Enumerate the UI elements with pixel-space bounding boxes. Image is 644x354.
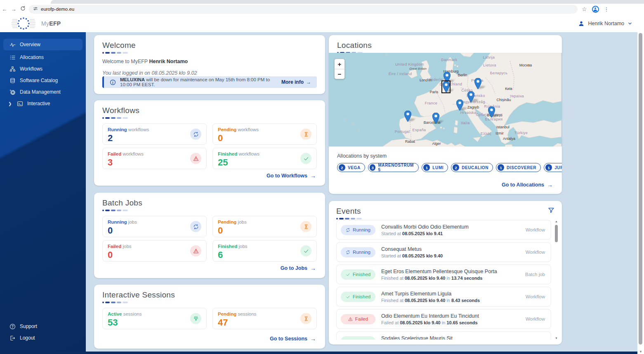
more-info-link[interactable]: More info→ xyxy=(281,79,311,85)
status-badge-finished: Finished xyxy=(341,292,375,302)
filter-icon[interactable] xyxy=(548,207,554,213)
map-marker-barcelona[interactable] xyxy=(432,113,439,124)
warning-icon xyxy=(190,245,201,257)
sidebar-item-allocations[interactable]: Allocations xyxy=(3,53,83,62)
active-sessions-tile: Active sessions 53 xyxy=(102,308,207,329)
arrow-right-icon: → xyxy=(310,335,316,342)
failed-jobs-value: 0 xyxy=(108,250,201,260)
browser-reload-icon[interactable] xyxy=(18,6,27,12)
welcome-card: Welcome Welcome to MyEFP Henrik Nortamo … xyxy=(94,35,325,94)
hourglass-icon xyxy=(300,221,311,232)
failed-workflows-tile: Failed workflows 3 xyxy=(102,148,207,169)
browser-back-icon[interactable]: ← xyxy=(0,6,9,12)
chip-deucalion[interactable]: 2DEUCALION xyxy=(451,163,493,172)
browser-tab-strip xyxy=(51,0,644,4)
locations-title: Locations xyxy=(337,41,554,50)
event-subtext: Started at 08.05.2025 klo 9.40 xyxy=(381,253,520,258)
refresh-icon xyxy=(190,221,201,232)
eu-stars-logo-icon xyxy=(12,16,35,31)
running-workflows-value: 2 xyxy=(108,133,201,144)
hourglass-icon xyxy=(300,313,311,324)
pending-workflows-value: 0 xyxy=(218,133,311,144)
event-title: Consequat Metus xyxy=(381,246,520,252)
bookmark-star-icon[interactable]: ☆ xyxy=(582,6,587,12)
event-row[interactable]: Running Consequat Metus Started at 08.05… xyxy=(336,242,551,262)
sidebar-item-software-catalog[interactable]: Software Catalog xyxy=(3,76,83,85)
event-row[interactable]: Finished Eget Eros Elementum Pellentesqu… xyxy=(336,264,551,284)
refresh-icon xyxy=(190,129,201,140)
europe-map[interactable]: United KingdomGreat BritainÉire / Irelan… xyxy=(329,53,562,146)
event-row[interactable]: Failed Odio Elementum Eu Interdum Eu Tin… xyxy=(336,309,551,329)
go-to-sessions-link[interactable]: Go to Sessions→ xyxy=(270,335,316,342)
chip-jupiter[interactable]: 1JUPITER xyxy=(544,163,562,172)
warning-icon xyxy=(190,153,201,164)
check-icon xyxy=(300,153,311,164)
event-title: Amet Turpis Elementum Ligula xyxy=(381,291,520,297)
status-badge-finished: Finished xyxy=(341,336,375,340)
site-settings-icon[interactable] xyxy=(33,5,38,13)
sidebar-item-logout[interactable]: Logout xyxy=(3,333,83,342)
event-subtext: Finished at 08.05.2025 klo 9.40 in 8.43 … xyxy=(381,298,520,303)
scroll-down-icon[interactable]: ▼ xyxy=(639,350,642,354)
finished-jobs-value: 6 xyxy=(218,250,311,260)
map-marker-portugal[interactable] xyxy=(404,111,411,122)
workflows-card: Workflows Running workflows 2 Pending wo… xyxy=(94,100,325,186)
zoom-out-button[interactable]: − xyxy=(335,69,344,79)
zoom-in-button[interactable]: + xyxy=(335,59,344,69)
map-marker-bulgaria[interactable] xyxy=(488,106,495,118)
sidebar-item-overview[interactable]: Overview xyxy=(3,39,83,50)
sidebar-item-data-management[interactable]: Data Management xyxy=(3,87,83,97)
browser-chrome: ← → eurofp-demo.eu ☆ ⋮ xyxy=(0,0,644,14)
chip-discoverer[interactable]: 1DISCOVERER xyxy=(496,163,541,172)
browser-menu-icon[interactable]: ⋮ xyxy=(604,6,609,12)
status-badge-failed: Failed xyxy=(341,314,375,324)
event-row[interactable]: Running Convallis Morbi Odio Odio Elemen… xyxy=(336,220,551,240)
chip-marenostrum5[interactable]: 3MARENOSTRUM 5 xyxy=(368,163,419,172)
system-chips: 2VEGA 3MARENOSTRUM 5 1LUMI 2DEUCALION 1D… xyxy=(337,163,562,172)
pending-sessions-tile: Pending sessions 47 xyxy=(212,308,317,329)
scroll-down-icon[interactable]: ▼ xyxy=(555,337,558,340)
browser-forward-icon[interactable]: → xyxy=(9,6,18,12)
event-type: Workflow xyxy=(526,316,545,321)
page-scrollbar-thumb[interactable] xyxy=(639,33,642,345)
overview-icon xyxy=(9,41,16,48)
maintenance-banner: MELUXINA will be down for maintenance on… xyxy=(102,76,317,88)
running-workflows-tile: Running workflows 2 xyxy=(102,123,207,145)
pending-jobs-tile: Pending jobs 0 xyxy=(212,216,317,237)
events-scrollbar-thumb[interactable] xyxy=(555,225,558,242)
batch-jobs-title: Batch Jobs xyxy=(102,198,317,208)
user-menu[interactable]: Henrik Nortamo xyxy=(578,20,632,27)
chevron-right-icon: ❯ xyxy=(8,101,12,106)
failed-workflows-value: 3 xyxy=(108,157,201,168)
map-marker-northern-italy[interactable] xyxy=(456,99,463,111)
events-title: Events xyxy=(336,207,362,216)
event-title: Odio Elementum Eu Interdum Eu Tincidunt xyxy=(381,313,520,319)
event-row[interactable]: Finished Sodales Scelerisque Mauris Sit … xyxy=(336,331,551,340)
browser-profile-icon[interactable] xyxy=(592,6,599,13)
finished-workflows-tile: Finished workflows 25 xyxy=(212,148,317,169)
sessions-title: Interactive Sessions xyxy=(102,290,317,300)
go-to-jobs-link[interactable]: Go to Jobs→ xyxy=(281,265,316,271)
arrow-right-icon: → xyxy=(547,182,553,188)
scroll-up-icon[interactable]: ▲ xyxy=(555,220,558,223)
finished-workflows-value: 25 xyxy=(218,157,311,168)
go-to-workflows-link[interactable]: Go to Workflows→ xyxy=(267,172,316,179)
terminal-icon xyxy=(17,100,23,107)
event-title: Sodales Scelerisque Mauris Sit xyxy=(381,335,520,340)
workflow-tree-icon xyxy=(9,66,16,72)
event-row[interactable]: Finished Amet Turpis Elementum Ligula Fi… xyxy=(336,287,551,307)
chip-lumi[interactable]: 1LUMI xyxy=(422,163,448,172)
sidebar-item-workflows[interactable]: Workflows xyxy=(3,64,83,73)
chip-vega[interactable]: 2VEGA xyxy=(337,163,365,172)
sidebar-item-interactive[interactable]: ❯ Interactive xyxy=(3,99,83,108)
sidebar-item-support[interactable]: Support xyxy=(3,322,83,331)
events-scrollbar[interactable]: ▲ ▼ xyxy=(554,221,559,339)
map-marker-poland[interactable] xyxy=(474,78,481,89)
map-marker-slovakia[interactable] xyxy=(467,91,474,102)
go-to-allocations-link[interactable]: Go to Allocations→ xyxy=(502,182,553,188)
arrow-right-icon: → xyxy=(310,172,316,179)
workflows-title: Workflows xyxy=(102,106,317,115)
running-jobs-tile: Running jobs 0 xyxy=(102,216,207,237)
browser-address-bar[interactable]: eurofp-demo.eu xyxy=(29,5,578,14)
page-scrollbar[interactable]: ▼ xyxy=(637,14,644,354)
